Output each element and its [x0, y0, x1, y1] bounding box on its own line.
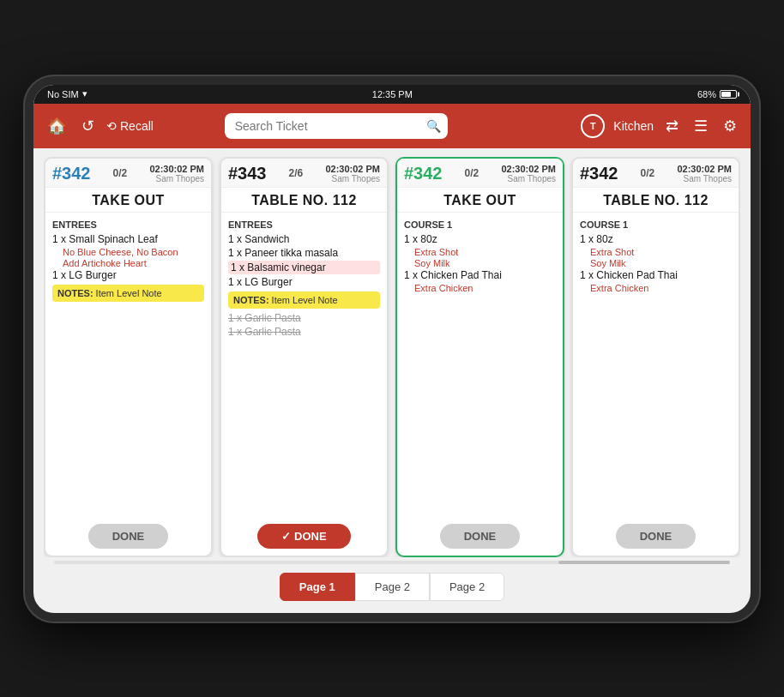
tablet-screen: No SIM ▾ 12:35 PM 68% 🏠 ↺ ⟲ Recall 🔍: [33, 85, 751, 613]
item-row-0-0-1: 1 x LG Burger: [52, 269, 204, 281]
battery-percent: 68%: [697, 89, 716, 99]
item-row-2-0-1: 1 x Chicken Pad Thai: [404, 269, 556, 281]
item-row-3-0-1: 1 x Chicken Pad Thai: [580, 269, 732, 281]
scroll-indicator: [54, 561, 730, 564]
ticket-body-3: COURSE 11 x 80zExtra ShotSoy Milk1 x Chi…: [573, 213, 739, 519]
scroll-thumb: [558, 561, 730, 564]
refresh-icon[interactable]: ↺: [78, 113, 98, 139]
ticket-number-1: #343: [228, 164, 267, 183]
item-row-1-0-2: 1 x Balsamic vinegar: [228, 261, 380, 274]
item-modifier-2-0-0-0: Extra Shot: [404, 247, 556, 257]
ticket-count-1: 2/6: [289, 167, 304, 179]
ticket-person-3: Sam Thopes: [677, 174, 732, 183]
main-content: #342 0/2 02:30:02 PM Sam Thopes TAKE OUT…: [33, 148, 751, 613]
search-icon: 🔍: [426, 119, 441, 133]
menu-icon[interactable]: ☰: [691, 113, 711, 139]
ticket-count-3: 0/2: [641, 167, 655, 179]
kitchen-badge: T: [581, 114, 605, 138]
ticket-type-1: TABLE NO. 112: [221, 188, 387, 213]
home-icon[interactable]: 🏠: [44, 113, 69, 139]
ticket-count-2: 0/2: [465, 167, 479, 179]
item-row-1-0-3: 1 x LG Burger: [228, 276, 380, 288]
battery-fill: [721, 92, 731, 97]
item-row-3-0-0: 1 x 80z: [580, 233, 732, 245]
recall-icon: ⟲: [106, 119, 117, 133]
item-modifier-3-0-0-0: Extra Shot: [580, 247, 732, 257]
ticket-time-1: 02:30:02 PM: [325, 164, 380, 174]
ticket-header-0: #342 0/2 02:30:02 PM Sam Thopes: [45, 159, 211, 188]
status-left: No SIM ▾: [47, 88, 87, 99]
ticket-body-1: ENTREES1 x Sandwich1 x Paneer tikka masa…: [221, 213, 387, 519]
ticket-person-0: Sam Thopes: [149, 174, 204, 183]
item-row-2-0-0: 1 x 80z: [404, 233, 556, 245]
page-btn-2[interactable]: Page 2: [430, 573, 504, 601]
ticket-type-2: TAKE OUT: [397, 188, 563, 213]
sync-icon[interactable]: ⇄: [662, 113, 682, 139]
section-label-2-0: COURSE 1: [404, 219, 556, 230]
ticket-card-2: #342 0/2 02:30:02 PM Sam Thopes TAKE OUT…: [395, 157, 564, 557]
ticket-time-2: 02:30:02 PM: [501, 164, 556, 174]
ticket-body-2: COURSE 11 x 80zExtra ShotSoy Milk1 x Chi…: [397, 213, 563, 519]
ticket-footer-2: DONE: [397, 519, 563, 556]
done-button-0[interactable]: DONE: [88, 524, 169, 549]
ticket-footer-3: DONE: [573, 519, 739, 556]
search-input[interactable]: [225, 113, 448, 139]
ticket-person-2: Sam Thopes: [501, 174, 556, 183]
time-label: 12:35 PM: [372, 89, 413, 99]
toolbar-right: T Kitchen ⇄ ☰ ⚙: [581, 113, 740, 139]
section-label-3-0: COURSE 1: [580, 219, 732, 230]
battery-icon: [720, 90, 737, 99]
page-btn-1[interactable]: Page 2: [355, 573, 430, 601]
ticket-card-1: #343 2/6 02:30:02 PM Sam Thopes TABLE NO…: [220, 157, 389, 557]
ticket-body-0: ENTREES1 x Small Spinach LeafNo Blue Che…: [45, 213, 211, 519]
item-modifier-3-0-1-0: Extra Chicken: [580, 283, 732, 293]
ticket-footer-0: DONE: [45, 519, 211, 556]
ticket-count-0: 0/2: [113, 167, 128, 179]
tablet-frame: No SIM ▾ 12:35 PM 68% 🏠 ↺ ⟲ Recall 🔍: [23, 75, 761, 623]
status-bar: No SIM ▾ 12:35 PM 68%: [33, 85, 751, 104]
done-button-2[interactable]: DONE: [440, 524, 521, 549]
pagination: Page 1Page 2Page 2: [44, 568, 740, 608]
settings-icon[interactable]: ⚙: [720, 113, 740, 139]
ticket-header-3: #342 0/2 02:30:02 PM Sam Thopes: [573, 159, 739, 188]
item-modifier-3-0-0-1: Soy Milk: [580, 258, 732, 268]
ticket-footer-1: ✓ DONE: [221, 519, 387, 556]
kitchen-label: Kitchen: [613, 119, 654, 133]
item-row-1-0-0: 1 x Sandwich: [228, 233, 380, 245]
ticket-type-3: TABLE NO. 112: [573, 188, 739, 213]
item-row-1-0-5: 1 x Garlic Pasta: [228, 326, 380, 338]
ticket-meta-3: 02:30:02 PM Sam Thopes: [677, 164, 732, 183]
search-container: 🔍: [225, 113, 448, 139]
ticket-meta-2: 02:30:02 PM Sam Thopes: [501, 164, 556, 183]
item-modifier-0-0-0-1: Add Artichoke Heart: [52, 258, 204, 268]
item-modifier-2-0-1-0: Extra Chicken: [404, 283, 556, 293]
item-row-1-0-4: 1 x Garlic Pasta: [228, 312, 380, 324]
ticket-number-3: #342: [580, 164, 618, 183]
page-btn-0[interactable]: Page 1: [280, 573, 355, 601]
status-right: 68%: [697, 89, 737, 99]
section-label-1-0: ENTREES: [228, 219, 380, 230]
wifi-icon: ▾: [82, 88, 87, 99]
toolbar: 🏠 ↺ ⟲ Recall 🔍 T Kitchen ⇄ ☰ ⚙: [33, 104, 751, 148]
section-label-0-0: ENTREES: [52, 219, 204, 230]
tickets-row: #342 0/2 02:30:02 PM Sam Thopes TAKE OUT…: [44, 157, 740, 557]
ticket-card-0: #342 0/2 02:30:02 PM Sam Thopes TAKE OUT…: [44, 157, 213, 557]
done-button-1[interactable]: ✓ DONE: [257, 524, 350, 549]
ticket-header-1: #343 2/6 02:30:02 PM Sam Thopes: [221, 159, 387, 188]
recall-button[interactable]: ⟲ Recall: [106, 119, 154, 133]
ticket-type-0: TAKE OUT: [45, 188, 211, 213]
notes-box-1-0-3: NOTES: Item Level Note: [228, 291, 380, 309]
item-row-0-0-0: 1 x Small Spinach Leaf: [52, 233, 204, 245]
item-modifier-2-0-0-1: Soy Milk: [404, 258, 556, 268]
recall-label: Recall: [120, 119, 154, 133]
ticket-meta-0: 02:30:02 PM Sam Thopes: [149, 164, 204, 183]
item-modifier-0-0-0-0: No Blue Cheese, No Bacon: [52, 247, 204, 257]
ticket-number-0: #342: [52, 164, 91, 183]
ticket-number-2: #342: [404, 164, 443, 183]
ticket-card-3: #342 0/2 02:30:02 PM Sam Thopes TABLE NO…: [571, 157, 740, 557]
ticket-person-1: Sam Thopes: [325, 174, 380, 183]
notes-box-0-0-1: NOTES: Item Level Note: [52, 285, 204, 302]
ticket-time-3: 02:30:02 PM: [677, 164, 732, 174]
done-button-3[interactable]: DONE: [616, 524, 697, 549]
ticket-header-2: #342 0/2 02:30:02 PM Sam Thopes: [397, 159, 563, 188]
